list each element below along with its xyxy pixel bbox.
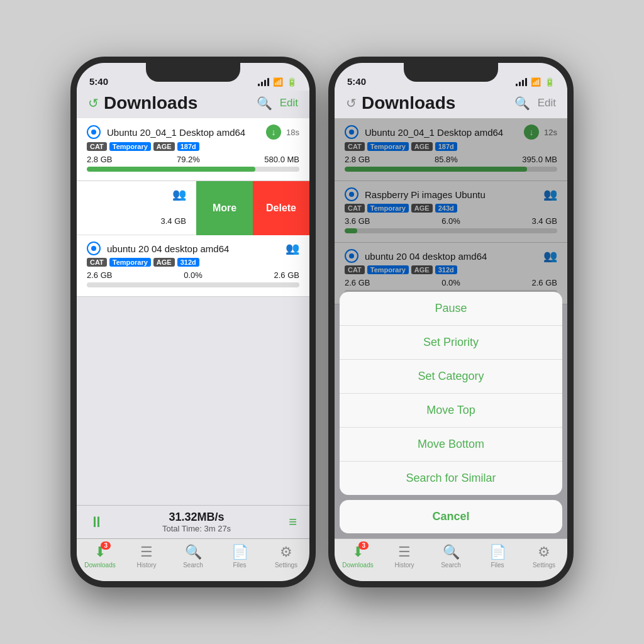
page-title-left: Downloads (99, 93, 257, 113)
wifi-icon: 📶 (273, 77, 283, 87)
tab-history-icon: ☰ (140, 544, 153, 560)
phone-left: 5:40 📶 🔋 ↺ Downloads 🔍 Edit (70, 57, 316, 587)
notch (146, 63, 240, 82)
battery-icon: 🔋 (287, 77, 297, 87)
action-sheet: Pause Set Priority Set Category Move Top… (335, 287, 567, 538)
tab-downloads-left[interactable]: ⬇ 3 Downloads (77, 544, 123, 569)
swipe-delete-button[interactable]: Delete (253, 181, 309, 235)
status-time-left: 5:40 (89, 76, 108, 87)
tab-settings-label: Settings (275, 562, 297, 569)
toolbar-time-left: Total Time: 3m 27s (162, 524, 231, 533)
tab-files-label: Files (233, 562, 246, 569)
toolbar-center-left: 31.32MB/s Total Time: 3m 27s (162, 511, 231, 533)
signal-icon-right (516, 79, 527, 86)
refresh-icon-right[interactable]: ↺ (346, 96, 357, 111)
tab-downloads-label: Downloads (84, 562, 115, 569)
tag-temp: Temporary (109, 142, 151, 151)
content-left: Ubuntu 20_04_1 Desktop amd64 ↓ 18s CAT T… (77, 118, 309, 505)
action-cancel-button[interactable]: Cancel (340, 500, 562, 533)
signal-icon (258, 79, 269, 86)
tab-search-right[interactable]: 🔍 Search (428, 544, 474, 569)
tab-files-right[interactable]: 📄 Files (474, 544, 521, 569)
tag-cat-3: CAT (87, 258, 107, 267)
action-sheet-overlay[interactable]: Pause Set Priority Set Category Move Top… (335, 118, 567, 538)
nav-bar-left: ↺ Downloads 🔍 Edit (77, 91, 309, 118)
tab-history-left[interactable]: ☰ History (123, 544, 170, 569)
download-item-1[interactable]: Ubuntu 20_04_1 Desktop amd64 ↓ 18s CAT T… (77, 118, 309, 181)
size-right-3: 2.6 GB (274, 270, 299, 280)
tab-bar-left: ⬇ 3 Downloads ☰ History 🔍 Search 📄 Files (77, 538, 309, 581)
action-set-category[interactable]: Set Category (340, 360, 562, 394)
phones-container: 5:40 📶 🔋 ↺ Downloads 🔍 Edit (70, 57, 574, 587)
download-arrow-1[interactable]: ↓ (266, 125, 281, 140)
r-tab-files-icon: 📄 (489, 544, 506, 560)
progress-circle-1 (87, 125, 101, 139)
tab-settings-right[interactable]: ⚙ Settings (521, 544, 567, 569)
action-move-top[interactable]: Move Top (340, 394, 562, 428)
group-icon-2: 👥 (172, 187, 186, 201)
tab-search-icon: 🔍 (185, 544, 202, 560)
download-item-3[interactable]: ubuntu 20 04 desktop amd64 👥 CAT Tempora… (77, 235, 309, 297)
tag-age: AGE (153, 142, 175, 151)
r-tab-history-icon: ☰ (398, 544, 411, 560)
tab-search-left[interactable]: 🔍 Search (170, 544, 216, 569)
status-time-right: 5:40 (347, 76, 366, 87)
size-right-1: 580.0 MB (264, 155, 299, 164)
bottom-toolbar-left: ⏸ 31.32MB/s Total Time: 3m 27s ≡ (77, 505, 309, 538)
tag-temp-3: Temporary (109, 258, 151, 267)
status-icons-left: 📶 🔋 (258, 77, 297, 87)
nav-bar-right: ↺ Downloads 🔍 Edit (335, 91, 567, 118)
swipe-row[interactable]: nages Ubuntu 👥 243d 6.0% 3.4 GB (77, 181, 309, 235)
refresh-icon[interactable]: ↺ (88, 96, 99, 111)
tag-age-val: 187d (177, 142, 199, 151)
menu-icon[interactable]: ≡ (289, 514, 297, 530)
battery-icon-right: 🔋 (545, 77, 555, 87)
status-icons-right: 📶 🔋 (516, 77, 555, 87)
pct-1: 79.2% (177, 155, 200, 164)
r-tab-settings-icon: ⚙ (538, 544, 550, 560)
tag-age-val-3: 312d (177, 258, 199, 267)
swipe-more-button[interactable]: More (196, 181, 253, 235)
r-tab-search-icon: 🔍 (443, 544, 460, 560)
pause-icon[interactable]: ⏸ (89, 513, 104, 531)
phone-right: 5:40 📶 🔋 ↺ Downloads 🔍 Edit (328, 57, 574, 587)
r-tab-history-label: History (394, 562, 414, 569)
action-move-bottom[interactable]: Move Bottom (340, 428, 562, 462)
r-tab-search-label: Search (441, 562, 461, 569)
action-search-similar[interactable]: Search for Similar (340, 462, 562, 495)
edit-button-right[interactable]: Edit (538, 97, 556, 109)
toolbar-speed-left: 31.32MB/s (162, 511, 231, 524)
tab-history-label: History (136, 562, 156, 569)
action-set-priority[interactable]: Set Priority (340, 326, 562, 360)
group-icon-3: 👥 (286, 242, 299, 255)
r-tab-badge: 3 (358, 541, 369, 550)
tags-row-1: CAT Temporary AGE 187d (87, 142, 299, 151)
item-name-1: Ubuntu 20_04_1 Desktop amd64 (107, 127, 245, 138)
pct-3: 0.0% (184, 270, 203, 280)
action-sheet-group: Pause Set Priority Set Category Move Top… (340, 292, 562, 495)
action-pause[interactable]: Pause (340, 292, 562, 326)
tab-files-left[interactable]: 📄 Files (216, 544, 263, 569)
tab-badge: 3 (101, 541, 111, 550)
tab-history-right[interactable]: ☰ History (381, 544, 428, 569)
notch-right (404, 63, 498, 82)
tag-age-3: AGE (153, 258, 175, 267)
swipe-size: 3.4 GB (161, 216, 186, 226)
tab-downloads-right[interactable]: ⬇ 3 Downloads (335, 544, 381, 569)
progress-bar-1 (87, 167, 299, 172)
size-left-1: 2.8 GB (87, 155, 112, 164)
action-cancel-group: Cancel (340, 500, 562, 533)
time-badge-1: 18s (286, 128, 299, 137)
item-name-3: ubuntu 20 04 desktop amd64 (107, 243, 229, 254)
tab-search-label: Search (183, 562, 203, 569)
size-left-3: 2.6 GB (87, 270, 112, 280)
tab-settings-left[interactable]: ⚙ Settings (263, 544, 309, 569)
tab-bar-right: ⬇ 3 Downloads ☰ History 🔍 Search 📄 Files (335, 538, 567, 581)
r-tab-downloads-label: Downloads (342, 562, 373, 569)
page-title-right: Downloads (357, 93, 514, 113)
edit-button-left[interactable]: Edit (280, 97, 298, 109)
tab-settings-icon: ⚙ (280, 544, 292, 560)
search-icon-left[interactable]: 🔍 (257, 96, 272, 111)
search-icon-right[interactable]: 🔍 (514, 96, 530, 111)
progress-bar-3 (87, 282, 299, 287)
